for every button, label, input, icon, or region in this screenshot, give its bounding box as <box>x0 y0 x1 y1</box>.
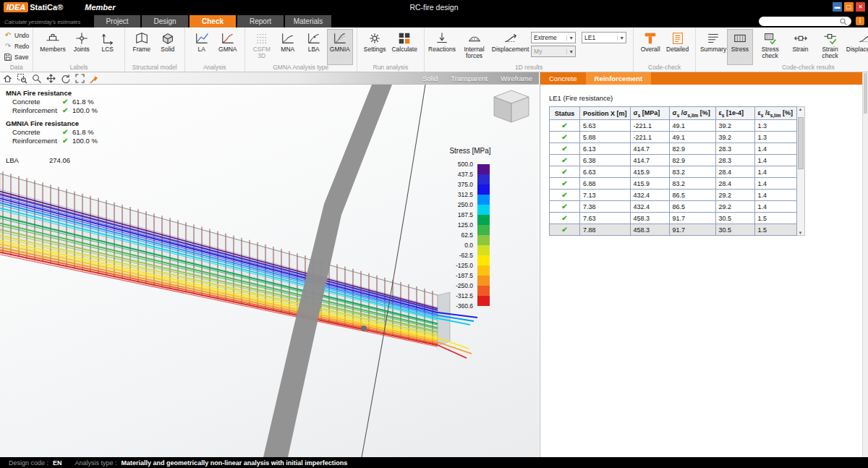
table-row[interactable]: ✔ 7.38 432.4 86.5 29.2 1.4 <box>550 201 797 213</box>
paint-results-button[interactable] <box>88 72 101 84</box>
lcs-button[interactable]: LCS <box>95 29 121 65</box>
rotate-icon <box>60 73 71 84</box>
table-scrollbar-thumb[interactable] <box>798 117 804 169</box>
csfm-3d-button[interactable]: CSFM 3D <box>249 29 275 65</box>
status-pass-icon: ✔ <box>561 145 567 153</box>
check-summary-overlay: MNA Fire resistance Concrete✔61.8 % Rein… <box>6 89 129 164</box>
mna-button[interactable]: MNA <box>275 29 301 65</box>
tab-reinforcement[interactable]: Reinforcement <box>586 72 652 85</box>
displacement-1d-button[interactable]: Displacement <box>493 29 528 65</box>
home-view-button[interactable] <box>1 72 14 84</box>
table-row[interactable]: ✔ 7.63 458.3 91.7 30.5 1.5 <box>550 213 797 224</box>
gmna-button[interactable]: GMNA <box>215 29 241 65</box>
table-row[interactable]: ✔ 6.88 415.9 83.2 28.4 1.4 <box>550 178 797 190</box>
fit-view-button[interactable] <box>73 72 86 84</box>
col-status[interactable]: Status <box>550 107 580 120</box>
tab-materials[interactable]: Materials <box>285 15 331 27</box>
table-row[interactable]: ✔ 7.13 432.4 86.5 29.2 1.4 <box>550 190 797 201</box>
3d-viewport[interactable]: MNA Fire resistance Concrete✔61.8 % Rein… <box>0 85 539 457</box>
eps-cell: 29.2 <box>715 201 754 213</box>
col-eps-ratio[interactable]: εs /εs,lim [%] <box>754 107 796 120</box>
summary-button[interactable]: Summary <box>699 29 727 65</box>
tab-project[interactable]: Project <box>94 15 140 27</box>
table-row[interactable]: ✔ 5.88 -221.1 49.1 39.2 1.3 <box>550 132 797 143</box>
displacement-result-button[interactable]: Displacement <box>847 29 868 65</box>
tab-design[interactable]: Design <box>142 15 188 27</box>
load-case-combo[interactable]: LE1▼ <box>582 32 626 43</box>
pan-icon <box>46 73 56 84</box>
view-cube[interactable] <box>494 90 529 122</box>
col-sigma[interactable]: σs [MPa] <box>630 107 669 120</box>
legend-color-cell <box>477 215 490 225</box>
legend-tick-label: -360.6 <box>431 302 473 310</box>
chevron-down-icon: ▼ <box>566 35 574 41</box>
eps-ratio-cell: 1.5 <box>754 224 796 236</box>
group-label-labels: Labels <box>33 64 124 72</box>
undo-button[interactable]: ↶Undo <box>4 30 29 40</box>
scroll-up-icon[interactable]: ▲ <box>799 107 803 111</box>
col-sigma-ratio[interactable]: σs /σs,lim [%] <box>669 107 715 120</box>
product-name: Member <box>85 3 115 12</box>
reactions-icon <box>435 31 449 46</box>
eps-cell: 39.2 <box>715 120 754 132</box>
tab-check[interactable]: Check <box>190 15 236 27</box>
maximize-button[interactable]: ▢ <box>844 2 854 12</box>
info-button[interactable]: i <box>856 17 864 25</box>
eps-ratio-cell: 1.4 <box>754 166 796 178</box>
extreme-combo[interactable]: Extreme▼ <box>531 32 576 43</box>
position-x-cell: 6.38 <box>580 155 631 166</box>
table-row[interactable]: ✔ 6.13 414.7 82.9 28.3 1.4 <box>550 143 797 155</box>
stress-button[interactable]: Stress <box>727 29 753 65</box>
legend-color-cell <box>477 235 490 245</box>
detailed-check-button[interactable]: Detailed <box>663 29 692 65</box>
gmnia-button[interactable]: GMNIA <box>327 29 353 65</box>
search-input[interactable] <box>762 18 839 25</box>
settings-button[interactable]: Settings <box>361 29 389 65</box>
tab-concrete[interactable]: Concrete <box>540 72 586 85</box>
my-combo[interactable]: My▼ <box>531 46 576 57</box>
display-mode-switch: Solid Transparent Wireframe <box>416 72 539 84</box>
zoom-window-button[interactable] <box>15 72 28 84</box>
display-mode-solid[interactable]: Solid <box>416 72 444 84</box>
strain-check-button[interactable]: Strain check <box>814 29 847 65</box>
sigma-cell: 458.3 <box>630 213 669 224</box>
strain-button[interactable]: Strain <box>788 29 814 65</box>
stress-check-button[interactable]: Stress check <box>753 29 788 65</box>
group-label-data: Data <box>0 64 33 72</box>
display-mode-transparent[interactable]: Transparent <box>444 72 494 84</box>
table-scrollbar[interactable]: ▲▼ <box>797 106 805 236</box>
members-button[interactable]: Members <box>37 29 68 65</box>
table-row[interactable]: ✔ 5.63 -221.1 49.1 39.2 1.3 <box>550 120 797 132</box>
right-panel-scrollbar[interactable] <box>862 72 868 457</box>
minimize-button[interactable]: ▬ <box>833 2 842 12</box>
legend-tick-label: 500.0 <box>431 161 473 168</box>
table-row[interactable]: ✔ 6.63 415.9 83.2 28.4 1.4 <box>550 166 797 178</box>
calculate-button[interactable]: Calculate <box>388 29 420 65</box>
la-button[interactable]: LA <box>189 29 215 65</box>
pan-button[interactable] <box>44 72 57 84</box>
close-button[interactable]: ✕ <box>856 2 865 12</box>
redo-button[interactable]: ↷Redo <box>4 41 29 51</box>
status-pass-icon: ✔ <box>561 133 567 141</box>
internal-forces-button[interactable]: Internal forces <box>456 29 493 65</box>
save-button[interactable]: Save <box>4 52 29 61</box>
joints-button[interactable]: Joints <box>69 29 95 65</box>
legend-color-cell <box>477 164 490 174</box>
table-row[interactable]: ✔ 6.38 414.7 82.9 28.3 1.4 <box>550 155 797 166</box>
tab-report[interactable]: Report <box>237 15 284 27</box>
scroll-down-icon[interactable]: ▼ <box>799 231 803 235</box>
overall-check-button[interactable]: Overall <box>637 29 663 65</box>
solid-button[interactable]: Solid <box>155 29 181 65</box>
reactions-button[interactable]: Reactions <box>428 29 456 65</box>
ribbon-group-code-check-results: Summary Stress Stress check Strain Strai… <box>696 27 868 72</box>
right-panel-scrollbar-thumb[interactable] <box>864 73 867 114</box>
rotate-view-button[interactable] <box>59 72 72 84</box>
display-mode-wireframe[interactable]: Wireframe <box>494 72 539 84</box>
zoom-button[interactable] <box>30 72 43 84</box>
frame-button[interactable]: Frame <box>129 29 155 65</box>
table-row[interactable]: ✔ 7.88 458.3 91.7 30.5 1.5 <box>550 224 797 236</box>
col-eps[interactable]: εs [1e-4] <box>715 107 754 120</box>
legend-tick-label: -187.5 <box>431 272 473 279</box>
lba-button[interactable]: LBA <box>301 29 327 65</box>
col-position-x[interactable]: Position X [m] <box>580 107 631 120</box>
